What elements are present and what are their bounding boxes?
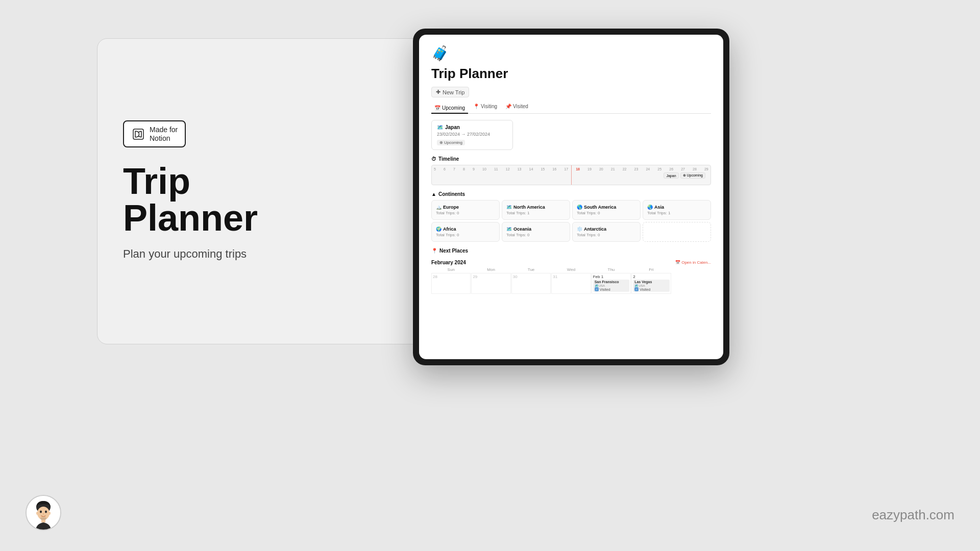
notion-tabs: 📅 Upcoming 📍 Visiting 📌 Visited bbox=[431, 103, 711, 114]
thu-label: Thu bbox=[592, 267, 631, 272]
left-panel: Made for Notion TripPlanner Plan your up… bbox=[97, 39, 353, 344]
app-subtitle: Plan your upcoming trips bbox=[123, 246, 327, 262]
asia-icon: 🌏 bbox=[647, 205, 653, 210]
africa-icon: 🌍 bbox=[436, 227, 442, 232]
notion-badge: Made for Notion bbox=[123, 120, 186, 148]
plus-icon: ✚ bbox=[436, 89, 440, 95]
upcoming-chip: ⊕ Upcoming bbox=[680, 172, 705, 179]
calendar-month-title: February 2024 bbox=[431, 260, 466, 265]
next-places-header: 📍 Next Places bbox=[431, 248, 468, 254]
continent-south-america[interactable]: 🌎 South America Total Trips: 0 bbox=[572, 200, 641, 220]
main-card: Made for Notion TripPlanner Plan your up… bbox=[97, 38, 648, 344]
upcoming-label: Upcoming bbox=[442, 105, 465, 111]
tablet-screen: 🧳 Trip Planner ✚ New Trip 📅 Upcoming bbox=[419, 35, 723, 359]
website-url: eazypath.com bbox=[872, 507, 954, 523]
oceania-trips: Total Trips: 0 bbox=[506, 233, 566, 237]
calendar-cell-29: 29 bbox=[471, 273, 510, 294]
visited-tag-lv: ✓ Visited bbox=[634, 287, 668, 291]
japan-card-date: 23/02/2024 → 27/02/2024 bbox=[437, 132, 507, 137]
continent-antarctica[interactable]: ❄️ Antarctica Total Trips: 0 bbox=[572, 222, 641, 242]
pin-icon: 📍 bbox=[431, 248, 437, 254]
japan-flag-icon: 🗺️ bbox=[437, 124, 443, 130]
notion-logo-icon bbox=[131, 127, 145, 141]
new-trip-button[interactable]: ✚ New Trip bbox=[431, 87, 469, 97]
africa-name: Africa bbox=[443, 227, 456, 232]
upcoming-chip-label: ⊕ Upcoming bbox=[683, 173, 703, 178]
japan-chip: Japan bbox=[664, 172, 678, 179]
europe-trips: Total Trips: 0 bbox=[436, 211, 495, 215]
new-trip-label: New Trip bbox=[443, 89, 464, 95]
las-vegas-event: Las Vegas 🗺️ USA ✓ Visited bbox=[633, 280, 669, 292]
svg-point-4 bbox=[40, 511, 42, 513]
calendar-cell-feb1: Feb 1 San Fransisco 🗺️ USA ✓ bbox=[592, 273, 631, 294]
europe-name: Europe bbox=[443, 205, 459, 210]
south-america-trips: Total Trips: 0 bbox=[577, 211, 636, 215]
avatar bbox=[26, 495, 61, 531]
continent-north-america[interactable]: 🗺️ North America Total Trips: 1 bbox=[502, 200, 570, 220]
upcoming-status-badge: ⊕ Upcoming bbox=[437, 140, 465, 145]
continent-europe[interactable]: 🏔️ Europe Total Trips: 0 bbox=[431, 200, 500, 220]
north-america-trips: Total Trips: 1 bbox=[506, 211, 566, 215]
svg-point-5 bbox=[45, 511, 47, 513]
wed-label: Wed bbox=[551, 267, 591, 272]
continents-section: ▲ Continents 🏔️ Europe Total Trips: 0 bbox=[431, 191, 711, 242]
calendar-cell-31: 31 bbox=[551, 273, 591, 294]
visited-icon: 📌 bbox=[505, 104, 511, 109]
japan-name: Japan bbox=[445, 124, 460, 130]
badge-line2: Notion bbox=[150, 134, 178, 143]
timeline-bar: 5 6 7 8 9 10 11 12 13 14 15 bbox=[431, 165, 711, 185]
calendar-icon: 📅 bbox=[675, 260, 680, 265]
asia-trips: Total Trips: 1 bbox=[647, 211, 706, 215]
north-america-icon: 🗺️ bbox=[506, 205, 512, 210]
tab-visited[interactable]: 📌 Visited bbox=[502, 103, 531, 110]
sun-label: Sun bbox=[431, 267, 471, 272]
continent-oceania[interactable]: 🗺️ Oceania Total Trips: 0 bbox=[502, 222, 570, 242]
japan-card-title: 🗺️ Japan bbox=[437, 124, 507, 130]
north-america-name: North America bbox=[513, 205, 545, 210]
tue-label: Tue bbox=[511, 267, 551, 272]
timeline-chips: Japan ⊕ Upcoming bbox=[664, 172, 705, 179]
app-title: TripPlanner bbox=[123, 163, 327, 236]
continents-icon: ▲ bbox=[431, 191, 436, 197]
svg-rect-0 bbox=[133, 129, 143, 139]
tab-visiting[interactable]: 📍 Visiting bbox=[470, 103, 500, 110]
notion-app-title: Trip Planner bbox=[431, 66, 711, 82]
timeline-today-line bbox=[571, 165, 572, 185]
calendar-header: 📍 Next Places bbox=[431, 248, 711, 257]
continents-grid: 🏔️ Europe Total Trips: 0 🗺️ North Americ… bbox=[431, 200, 711, 242]
japan-chip-label: Japan bbox=[666, 174, 676, 178]
calendar-days-header: Sun Mon Tue Wed Thu Fri bbox=[431, 267, 711, 272]
visited-label: Visited bbox=[513, 104, 528, 109]
badge-line1: Made for bbox=[150, 126, 178, 134]
open-calendar-label: Open in Calen... bbox=[681, 260, 711, 265]
visited-tag-sf: ✓ Visited bbox=[595, 287, 628, 291]
fri-label: Fri bbox=[631, 267, 671, 272]
continent-africa[interactable]: 🌍 Africa Total Trips: 0 bbox=[431, 222, 500, 242]
tab-upcoming[interactable]: 📅 Upcoming bbox=[431, 103, 468, 114]
timeline-section: ⏱ Timeline 5 6 7 8 9 10 11 bbox=[431, 156, 711, 185]
antarctica-trips: Total Trips: 0 bbox=[577, 233, 636, 237]
antarctica-icon: ❄️ bbox=[577, 227, 582, 232]
europe-icon: 🏔️ bbox=[436, 205, 442, 210]
svg-point-6 bbox=[36, 512, 38, 515]
next-places-label: Next Places bbox=[439, 248, 468, 254]
japan-card[interactable]: 🗺️ Japan 23/02/2024 → 27/02/2024 ⊕ Upcom… bbox=[431, 120, 513, 150]
calendar-cell-30: 30 bbox=[511, 273, 551, 294]
visiting-label: Visiting bbox=[481, 104, 497, 109]
africa-trips: Total Trips: 0 bbox=[436, 233, 495, 237]
continents-label: Continents bbox=[438, 191, 465, 197]
usa-flag-icon-2: 🗺️ bbox=[634, 284, 638, 287]
tablet-mockup: 🧳 Trip Planner ✚ New Trip 📅 Upcoming bbox=[413, 29, 729, 365]
badge-text: Made for Notion bbox=[150, 126, 178, 143]
timeline-header: ⏱ Timeline bbox=[431, 156, 711, 162]
mon-label: Mon bbox=[471, 267, 510, 272]
san-francisco-event: San Fransisco 🗺️ USA ✓ Visited bbox=[593, 280, 629, 292]
svg-point-7 bbox=[48, 512, 51, 515]
svg-rect-9 bbox=[40, 517, 46, 520]
continent-asia[interactable]: 🌏 Asia Total Trips: 1 bbox=[643, 200, 711, 220]
oceania-icon: 🗺️ bbox=[506, 227, 512, 232]
calendar-section: 📍 Next Places February 2024 📅 Open in Ca… bbox=[431, 248, 711, 294]
open-calendar-button[interactable]: 📅 Open in Calen... bbox=[675, 260, 711, 265]
usa-flag-icon: 🗺️ bbox=[595, 284, 598, 287]
timeline-label: Timeline bbox=[438, 156, 459, 162]
